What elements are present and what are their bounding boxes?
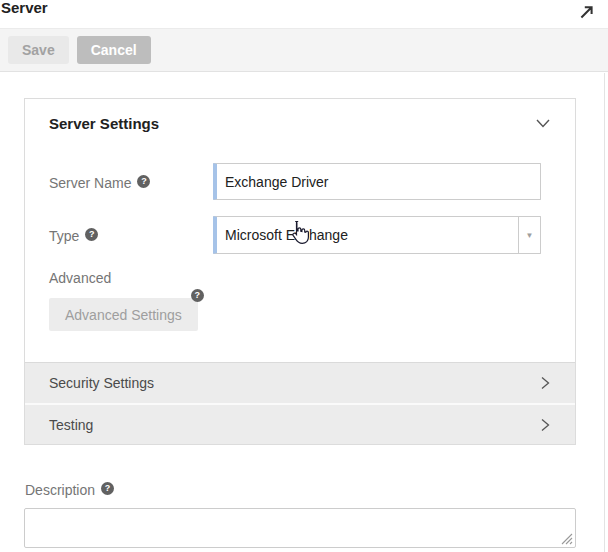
section-header-server-settings[interactable]: Server Settings bbox=[25, 99, 575, 147]
action-toolbar: Save Cancel bbox=[0, 28, 608, 72]
server-name-label: Server Name bbox=[49, 175, 131, 191]
type-select-value: Microsoft Exchange bbox=[217, 217, 518, 253]
help-icon[interactable]: ? bbox=[137, 175, 150, 188]
section-header-testing[interactable]: Testing bbox=[25, 403, 575, 444]
chevron-right-icon bbox=[537, 375, 553, 391]
description-textarea[interactable] bbox=[24, 508, 576, 548]
description-label-row: Description? bbox=[25, 481, 114, 499]
section-header-security-settings[interactable]: Security Settings bbox=[25, 362, 575, 403]
advanced-block: Advanced Advanced Settings ? bbox=[49, 270, 551, 331]
help-icon[interactable]: ? bbox=[85, 228, 98, 241]
save-button[interactable]: Save bbox=[8, 36, 69, 64]
help-icon[interactable]: ? bbox=[101, 482, 114, 495]
type-label: Type bbox=[49, 228, 79, 244]
server-name-input[interactable] bbox=[213, 163, 541, 200]
type-row: Type? Microsoft Exchange ▼ bbox=[49, 216, 551, 254]
open-in-new-window-icon[interactable] bbox=[578, 3, 595, 20]
page-title: Server bbox=[1, 0, 48, 18]
type-label-cell: Type? bbox=[49, 216, 213, 254]
chevron-down-icon[interactable] bbox=[533, 113, 553, 133]
server-settings-card: Server Settings Server Name? Type? Micro… bbox=[24, 98, 576, 445]
server-name-label-cell: Server Name? bbox=[49, 163, 213, 200]
resize-grip-icon[interactable] bbox=[560, 531, 573, 544]
description-field-wrap bbox=[24, 508, 576, 548]
server-name-row: Server Name? bbox=[49, 163, 551, 200]
description-label: Description bbox=[25, 482, 95, 498]
type-select[interactable]: Microsoft Exchange ▼ bbox=[213, 216, 541, 254]
security-settings-label: Security Settings bbox=[49, 375, 154, 391]
help-icon[interactable]: ? bbox=[191, 289, 204, 302]
content-right-divider bbox=[604, 73, 605, 552]
testing-label: Testing bbox=[49, 417, 93, 433]
advanced-label: Advanced bbox=[49, 270, 551, 286]
cancel-button[interactable]: Cancel bbox=[77, 36, 151, 64]
caret-down-icon: ▼ bbox=[526, 231, 534, 240]
server-settings-form: Server Name? Type? Microsoft Exchange ▼ bbox=[25, 147, 575, 362]
section-title: Server Settings bbox=[49, 115, 159, 132]
chevron-right-icon bbox=[537, 417, 553, 433]
type-select-arrow-segment[interactable]: ▼ bbox=[518, 217, 540, 253]
advanced-settings-button[interactable]: Advanced Settings bbox=[49, 298, 198, 331]
